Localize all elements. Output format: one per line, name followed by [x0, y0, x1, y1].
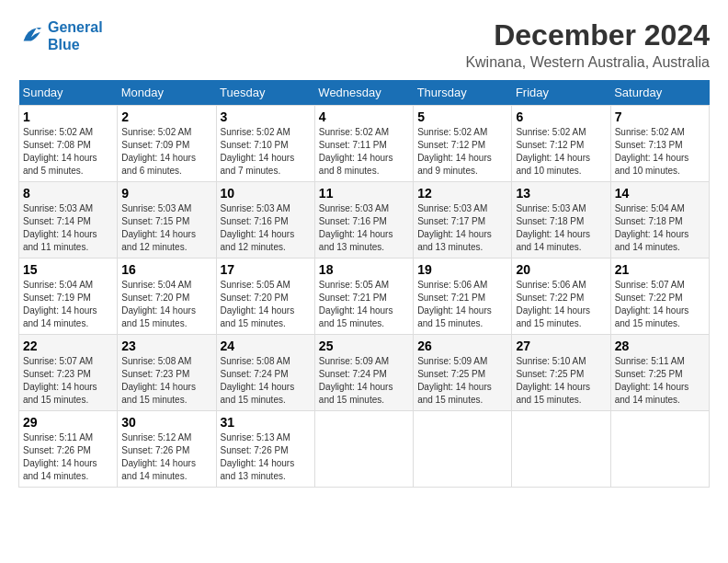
logo: General Blue [18, 18, 103, 53]
table-cell: 24Sunrise: 5:08 AM Sunset: 7:24 PM Dayli… [216, 335, 314, 411]
day-info: Sunrise: 5:02 AM Sunset: 7:12 PM Dayligh… [516, 126, 606, 178]
day-number: 12 [417, 186, 507, 201]
week-row-3: 15Sunrise: 5:04 AM Sunset: 7:19 PM Dayli… [19, 259, 710, 335]
day-number: 10 [221, 186, 311, 201]
day-number: 2 [121, 109, 211, 124]
day-info: Sunrise: 5:02 AM Sunset: 7:10 PM Dayligh… [221, 126, 311, 178]
day-info: Sunrise: 5:03 AM Sunset: 7:16 PM Dayligh… [319, 202, 409, 254]
day-info: Sunrise: 5:02 AM Sunset: 7:11 PM Dayligh… [319, 126, 409, 178]
table-cell: 25Sunrise: 5:09 AM Sunset: 7:24 PM Dayli… [314, 335, 413, 411]
week-row-2: 8Sunrise: 5:03 AM Sunset: 7:14 PM Daylig… [19, 182, 710, 259]
day-info: Sunrise: 5:08 AM Sunset: 7:24 PM Dayligh… [221, 355, 311, 407]
day-number: 1 [23, 109, 113, 124]
day-info: Sunrise: 5:02 AM Sunset: 7:09 PM Dayligh… [121, 126, 211, 178]
day-info: Sunrise: 5:04 AM Sunset: 7:20 PM Dayligh… [121, 279, 211, 330]
table-cell: 14Sunrise: 5:04 AM Sunset: 7:18 PM Dayli… [610, 182, 709, 259]
calendar-table: Sunday Monday Tuesday Wednesday Thursday… [18, 80, 710, 488]
day-number: 6 [516, 109, 606, 124]
table-cell: 7Sunrise: 5:02 AM Sunset: 7:13 PM Daylig… [610, 106, 709, 182]
title-section: December 2024 Kwinana, Western Australia… [465, 18, 710, 71]
day-number: 4 [319, 109, 409, 124]
header-wednesday: Wednesday [314, 80, 413, 106]
table-cell: 8Sunrise: 5:03 AM Sunset: 7:14 PM Daylig… [19, 182, 118, 259]
location-title: Kwinana, Western Australia, Australia [465, 54, 710, 71]
month-title: December 2024 [465, 18, 710, 52]
day-number: 8 [23, 186, 113, 201]
day-info: Sunrise: 5:02 AM Sunset: 7:08 PM Dayligh… [23, 126, 113, 178]
table-cell: 21Sunrise: 5:07 AM Sunset: 7:22 PM Dayli… [610, 259, 709, 335]
table-cell: 30Sunrise: 5:12 AM Sunset: 7:26 PM Dayli… [118, 411, 216, 488]
week-row-1: 1Sunrise: 5:02 AM Sunset: 7:08 PM Daylig… [19, 106, 710, 182]
day-number: 27 [516, 339, 606, 353]
day-info: Sunrise: 5:11 AM Sunset: 7:26 PM Dayligh… [23, 431, 113, 483]
page-header: General Blue December 2024 Kwinana, West… [18, 18, 710, 71]
table-cell: 4Sunrise: 5:02 AM Sunset: 7:11 PM Daylig… [314, 106, 413, 182]
day-number: 5 [417, 109, 507, 124]
day-number: 11 [319, 186, 409, 201]
day-info: Sunrise: 5:05 AM Sunset: 7:20 PM Dayligh… [221, 279, 311, 330]
header-sunday: Sunday [19, 80, 118, 106]
header-monday: Monday [118, 80, 216, 106]
table-cell: 13Sunrise: 5:03 AM Sunset: 7:18 PM Dayli… [512, 182, 610, 259]
day-info: Sunrise: 5:07 AM Sunset: 7:23 PM Dayligh… [23, 355, 113, 407]
day-number: 20 [516, 262, 606, 277]
table-cell: 3Sunrise: 5:02 AM Sunset: 7:10 PM Daylig… [216, 106, 314, 182]
day-number: 7 [615, 109, 705, 124]
table-cell: 11Sunrise: 5:03 AM Sunset: 7:16 PM Dayli… [314, 182, 413, 259]
day-number: 15 [23, 262, 113, 277]
week-row-4: 22Sunrise: 5:07 AM Sunset: 7:23 PM Dayli… [19, 335, 710, 411]
day-info: Sunrise: 5:09 AM Sunset: 7:25 PM Dayligh… [417, 355, 507, 407]
day-info: Sunrise: 5:09 AM Sunset: 7:24 PM Dayligh… [319, 355, 409, 407]
header-tuesday: Tuesday [216, 80, 314, 106]
day-info: Sunrise: 5:03 AM Sunset: 7:14 PM Dayligh… [23, 202, 113, 254]
day-info: Sunrise: 5:03 AM Sunset: 7:18 PM Dayligh… [516, 202, 606, 254]
table-cell: 12Sunrise: 5:03 AM Sunset: 7:17 PM Dayli… [414, 182, 512, 259]
day-number: 17 [221, 262, 311, 277]
day-info: Sunrise: 5:05 AM Sunset: 7:21 PM Dayligh… [319, 279, 409, 330]
table-cell: 27Sunrise: 5:10 AM Sunset: 7:25 PM Dayli… [512, 335, 610, 411]
table-cell: 5Sunrise: 5:02 AM Sunset: 7:12 PM Daylig… [414, 106, 512, 182]
table-cell: 26Sunrise: 5:09 AM Sunset: 7:25 PM Dayli… [414, 335, 512, 411]
day-number: 9 [121, 186, 211, 201]
day-info: Sunrise: 5:10 AM Sunset: 7:25 PM Dayligh… [516, 355, 606, 407]
day-number: 18 [319, 262, 409, 277]
table-cell: 22Sunrise: 5:07 AM Sunset: 7:23 PM Dayli… [19, 335, 118, 411]
header-friday: Friday [512, 80, 610, 106]
day-info: Sunrise: 5:06 AM Sunset: 7:22 PM Dayligh… [516, 279, 606, 330]
day-number: 21 [615, 262, 705, 277]
day-number: 19 [417, 262, 507, 277]
day-info: Sunrise: 5:12 AM Sunset: 7:26 PM Dayligh… [121, 431, 211, 483]
table-cell [512, 411, 610, 488]
week-row-5: 29Sunrise: 5:11 AM Sunset: 7:26 PM Dayli… [19, 411, 710, 488]
table-cell: 2Sunrise: 5:02 AM Sunset: 7:09 PM Daylig… [118, 106, 216, 182]
table-cell: 16Sunrise: 5:04 AM Sunset: 7:20 PM Dayli… [118, 259, 216, 335]
calendar-header-row: Sunday Monday Tuesday Wednesday Thursday… [19, 80, 710, 106]
table-cell: 20Sunrise: 5:06 AM Sunset: 7:22 PM Dayli… [512, 259, 610, 335]
day-info: Sunrise: 5:04 AM Sunset: 7:18 PM Dayligh… [615, 202, 705, 254]
table-cell: 17Sunrise: 5:05 AM Sunset: 7:20 PM Dayli… [216, 259, 314, 335]
day-number: 26 [417, 339, 507, 353]
day-info: Sunrise: 5:03 AM Sunset: 7:15 PM Dayligh… [121, 202, 211, 254]
day-number: 25 [319, 339, 409, 353]
header-thursday: Thursday [414, 80, 512, 106]
table-cell: 23Sunrise: 5:08 AM Sunset: 7:23 PM Dayli… [118, 335, 216, 411]
logo-icon [18, 23, 44, 49]
table-cell [414, 411, 512, 488]
day-number: 14 [615, 186, 705, 201]
table-cell: 6Sunrise: 5:02 AM Sunset: 7:12 PM Daylig… [512, 106, 610, 182]
table-cell: 28Sunrise: 5:11 AM Sunset: 7:25 PM Dayli… [610, 335, 709, 411]
day-info: Sunrise: 5:02 AM Sunset: 7:12 PM Dayligh… [417, 126, 507, 178]
table-cell: 10Sunrise: 5:03 AM Sunset: 7:16 PM Dayli… [216, 182, 314, 259]
day-info: Sunrise: 5:03 AM Sunset: 7:17 PM Dayligh… [417, 202, 507, 254]
table-cell: 1Sunrise: 5:02 AM Sunset: 7:08 PM Daylig… [19, 106, 118, 182]
day-number: 30 [121, 415, 211, 430]
day-number: 23 [121, 339, 211, 353]
day-number: 22 [23, 339, 113, 353]
day-info: Sunrise: 5:11 AM Sunset: 7:25 PM Dayligh… [615, 355, 705, 407]
day-info: Sunrise: 5:02 AM Sunset: 7:13 PM Dayligh… [615, 126, 705, 178]
table-cell: 31Sunrise: 5:13 AM Sunset: 7:26 PM Dayli… [216, 411, 314, 488]
logo-text: General Blue [48, 18, 103, 53]
table-cell: 18Sunrise: 5:05 AM Sunset: 7:21 PM Dayli… [314, 259, 413, 335]
day-number: 24 [221, 339, 311, 353]
day-number: 13 [516, 186, 606, 201]
